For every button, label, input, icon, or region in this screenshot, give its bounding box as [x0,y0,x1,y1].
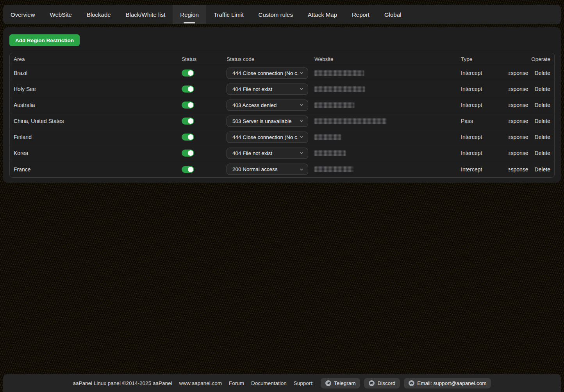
type-cell: Intercept [457,70,509,76]
status-code-cell: 503 Server is unavailable [223,116,311,127]
status-code-select[interactable]: 404 File not exist [227,148,308,159]
delete-link[interactable]: Delete [535,86,550,92]
status-code-select[interactable]: 404 File not exist [227,84,308,95]
area-cell: Holy See [10,86,178,92]
tab-traffic-limit[interactable]: Traffic Limit [206,5,251,24]
response-link[interactable]: Response [509,118,528,124]
status-toggle[interactable] [182,150,194,157]
footer-website-link[interactable]: www.aapanel.com [179,380,222,386]
table-row: Korea 404 File not exist Intercept Respo… [10,145,554,161]
area-cell: Korea [10,150,178,156]
table-row: Holy See 404 File not exist Intercept Re… [10,81,554,97]
status-toggle[interactable] [182,102,194,109]
delete-link[interactable]: Delete [535,70,550,76]
response-link[interactable]: Response [509,102,528,108]
toggle-knob [188,134,193,140]
response-link[interactable]: Response [509,134,528,140]
chevron-down-icon [299,135,304,139]
tab-blockade[interactable]: Blockade [79,5,118,24]
status-code-cell: 444 Close connection (No c... [223,132,311,143]
status-code-select[interactable]: 444 Close connection (No c... [227,68,308,79]
status-code-value: 503 Server is unavailable [232,118,299,124]
support-button-label: Discord [377,380,395,386]
add-region-restriction-button[interactable]: Add Region Restriction [9,34,80,46]
tab-report[interactable]: Report [344,5,377,24]
toggle-knob [188,70,193,76]
column-header-status: Status [178,56,223,62]
website-cell [311,118,457,124]
area-cell: Australia [10,102,178,108]
table-row: China, United States 503 Server is unava… [10,113,554,129]
status-code-cell: 200 Normal access [223,164,311,175]
delete-link[interactable]: Delete [535,134,550,140]
status-toggle[interactable] [182,118,194,125]
footer-forum-link[interactable]: Forum [229,380,244,386]
response-link[interactable]: Response [509,70,528,76]
response-link[interactable]: Response [509,166,528,173]
status-toggle[interactable] [182,166,194,173]
website-redacted-blur [314,134,341,140]
tab-attack-map[interactable]: Attack Map [300,5,344,24]
tab-overview[interactable]: Overview [3,5,43,24]
discord-icon [369,380,375,386]
telegram-icon [325,380,331,386]
main-nav: OverviewWebSiteBlockadeBlack/White listR… [3,5,561,24]
region-table: AreaStatusStatus codeWebsiteTypeOperate … [9,53,555,178]
chevron-down-icon [299,87,304,91]
column-header-status-code: Status code [223,56,311,62]
column-header-website: Website [311,56,457,62]
table-row: Finland 444 Close connection (No c... In… [10,129,554,145]
status-toggle[interactable] [182,69,194,77]
chevron-down-icon [299,151,304,155]
delete-link[interactable]: Delete [535,166,550,173]
website-redacted-blur [314,102,354,108]
tab-global[interactable]: Global [377,5,409,24]
tab-black-white-list[interactable]: Black/White list [118,5,173,24]
discord-button[interactable]: Discord [364,378,400,388]
website-redacted-blur [314,150,346,156]
operate-cell: Response Delete [509,134,554,140]
status-cell [178,69,223,77]
toggle-knob [188,102,193,108]
tab-region[interactable]: Region [173,5,206,24]
status-code-select[interactable]: 403 Access denied [227,100,308,111]
response-link[interactable]: Response [509,150,528,156]
type-cell: Intercept [457,134,509,140]
operate-cell: Response Delete [509,118,554,124]
footer-documentation-link[interactable]: Documentation [251,380,287,386]
type-cell: Intercept [457,166,509,173]
support-button-label: Telegram [334,380,356,386]
type-cell: Pass [457,118,509,124]
operate-cell: Response Delete [509,166,554,173]
footer-copyright: aaPanel Linux panel ©2014-2025 aaPanel [73,380,172,386]
website-redacted-blur [314,166,353,172]
delete-link[interactable]: Delete [535,102,550,108]
status-code-select[interactable]: 503 Server is unavailable [227,116,308,127]
email-support-button[interactable]: Email: support@aapanel.com [404,378,491,388]
table-row: France 200 Normal access Intercept Respo… [10,161,554,177]
website-redacted-blur [314,70,364,76]
website-cell [311,86,457,92]
status-code-cell: 404 File not exist [223,148,311,159]
status-code-value: 200 Normal access [232,166,299,172]
tab-website[interactable]: WebSite [43,5,79,24]
status-toggle[interactable] [182,86,194,93]
status-toggle[interactable] [182,134,194,141]
delete-link[interactable]: Delete [535,150,550,156]
status-code-select[interactable]: 444 Close connection (No c... [227,132,308,143]
response-link[interactable]: Response [509,86,528,92]
footer-support-buttons: TelegramDiscordEmail: support@aapanel.co… [321,378,491,388]
status-code-value: 403 Access denied [232,102,299,108]
area-cell: France [10,166,178,173]
table-row: Australia 403 Access denied Intercept Re… [10,97,554,113]
status-code-select[interactable]: 200 Normal access [227,164,308,175]
status-cell [178,118,223,125]
telegram-button[interactable]: Telegram [321,378,361,388]
operate-cell: Response Delete [509,70,554,76]
delete-link[interactable]: Delete [535,118,550,124]
website-redacted-blur [314,118,386,124]
status-code-value: 404 File not exist [232,86,299,92]
status-code-value: 444 Close connection (No c... [232,70,299,76]
status-code-value: 404 File not exist [232,150,299,156]
tab-custom-rules[interactable]: Custom rules [251,5,300,24]
